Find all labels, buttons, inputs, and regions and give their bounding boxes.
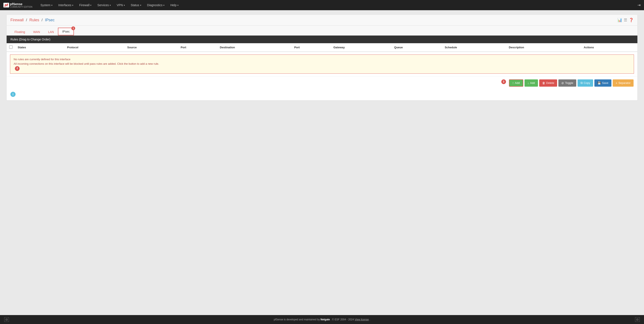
copy-button[interactable]: ⧉ Copy [578,79,593,87]
select-all-checkbox[interactable] [9,45,12,49]
plus-icon: + [616,81,618,85]
ipsec-badge: 1 [71,26,75,30]
caret-icon: ▾ [72,4,73,6]
footer-icon-left[interactable]: ⊡ [4,317,9,322]
delete-button[interactable]: 🗑 Delete [539,79,557,87]
caret-icon: ▾ [90,4,91,6]
nav-diagnostics[interactable]: Diagnostics ▾ [144,0,168,10]
logout-icon[interactable]: ⇥ [638,3,640,7]
footer-license-link[interactable]: View license [354,318,369,321]
col-destination: Destination [217,43,292,52]
tab-wan[interactable]: WAN [29,28,44,35]
nav-services[interactable]: Services ▾ [94,0,114,10]
footer: ⊡ pfSense is developed and maintained by… [0,315,644,324]
warning-line1: No rules are currently defined for this … [14,57,630,62]
caret-icon: ▾ [178,4,178,6]
col-actions: Actions [581,43,638,52]
breadcrumb-rules[interactable]: Rules [30,18,39,22]
copy-icon: ⧉ [580,81,583,85]
col-gateway: Gateway [331,43,392,52]
toggle-icon: ⊘ [561,81,564,85]
separator-button[interactable]: + Separator [613,79,634,87]
warning-box: No rules are currently defined for this … [10,54,634,74]
annotation-badge-2: 2 [15,66,20,71]
col-checkbox [6,43,15,52]
warning-row: No rules are currently defined for this … [6,52,638,76]
add-bottom-button[interactable]: ↓ Add [524,79,538,87]
nav-menu: System ▾ Interfaces ▾ Firewall ▾ Service… [38,0,638,10]
logo-icon: pf [4,3,9,7]
breadcrumb-current: IPsec [45,18,54,22]
caret-icon: ▾ [124,4,125,6]
breadcrumb: Firewall / Rules / IPsec [10,18,54,22]
brand-sub: COMMUNITY EDITION [10,6,32,8]
col-queue: Queue [392,43,442,52]
nav-system[interactable]: System ▾ [38,0,55,10]
nav-firewall[interactable]: Firewall ▾ [76,0,94,10]
panel-header-icons: 📊 ☰ ❓ [618,18,634,22]
col-states: States [15,43,64,52]
navbar: pf pfSense COMMUNITY EDITION System ▾ In… [0,0,644,10]
nav-status[interactable]: Status ▾ [128,0,144,10]
brand-logo[interactable]: pf pfSense COMMUNITY EDITION [4,2,32,8]
delete-icon: 🗑 [542,81,545,85]
panel-header: Firewall / Rules / IPsec 📊 ☰ ❓ [6,14,638,25]
footer-text: pfSense is developed and maintained by N… [9,318,635,321]
nav-interfaces[interactable]: Interfaces ▾ [55,0,76,10]
tab-ipsec[interactable]: IPsec 1 [58,28,74,35]
footer-brand: Netgate [320,318,330,321]
col-port-dst: Port [292,43,331,52]
caret-icon: ▾ [163,4,164,6]
add-up-icon: ↑ [512,81,514,85]
add-down-icon: ↓ [528,81,529,85]
chart-icon[interactable]: 📊 [618,18,622,22]
table-header: Rules (Drag to Change Order) [6,35,638,43]
info-icon[interactable]: i [10,92,16,97]
toggle-button[interactable]: ⊘ Toggle [558,79,576,87]
col-source: Source [125,43,178,52]
caret-icon: ▾ [110,4,111,6]
tab-lan[interactable]: LAN [44,28,58,35]
brand-name: pfSense [10,2,32,6]
actions-row: 3 ↑ Add ↓ Add 🗑 Delete ⊘ Toggle ⧉ Copy [6,76,638,90]
list-icon[interactable]: ☰ [624,18,627,22]
save-button[interactable]: 💾 Save [594,79,612,87]
tabs-wrapper: Floating WAN LAN IPsec 1 [6,25,638,35]
col-protocol: Protocol [64,43,125,52]
tab-floating[interactable]: Floating [10,28,29,35]
breadcrumb-firewall[interactable]: Firewall [10,18,24,22]
content-area: Firewall / Rules / IPsec 📊 ☰ ❓ Floating … [0,10,644,315]
caret-icon: ▾ [140,4,141,6]
footer-icon-right[interactable]: ⊡ [635,317,640,322]
save-icon: 💾 [597,81,601,85]
nav-help[interactable]: Help ▾ [168,0,182,10]
main-panel: Rules (Drag to Change Order) States Prot… [6,35,638,100]
caret-icon: ▾ [51,4,52,6]
rules-table: States Protocol Source Port Destination … [6,43,638,76]
help-icon[interactable]: ❓ [629,18,634,22]
col-schedule: Schedule [442,43,506,52]
info-wrapper: i [6,90,638,100]
nav-vpn[interactable]: VPN ▾ [114,0,128,10]
add-top-button[interactable]: ↑ Add [509,79,523,87]
col-description: Description [506,43,581,52]
col-port-src: Port [178,43,217,52]
annotation-badge-3: 3 [501,79,506,84]
warning-line2: All incoming connections on this interfa… [14,62,630,66]
